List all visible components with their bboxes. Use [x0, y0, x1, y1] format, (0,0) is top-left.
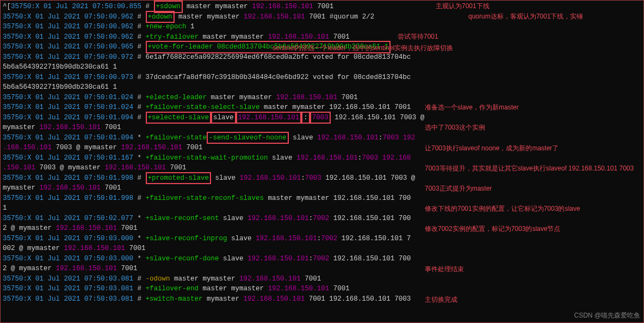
log-line: 35750:X 01 Jul 2021 07:50:03.081 # +swit… — [3, 294, 641, 304]
log-line: 35750:X 01 Jul 2021 07:50:00.972 # 6e1af… — [3, 52, 641, 63]
annotation: 修改7002实例的配置，标记为7003的slave节点 — [425, 224, 560, 234]
annotation: 选中了7003这个实例 — [425, 123, 485, 133]
log-line: 35750:X 01 Jul 2021 07:50:01.998 # +fail… — [3, 193, 641, 204]
log-line: 35750:X 01 Jul 2021 07:50:01.998 # +prom… — [3, 173, 641, 184]
log-line: 35750:X 01 Jul 2021 07:50:03.000 * +slav… — [3, 234, 641, 244]
log-line: mymaster 192.168.150.101 7001 — [3, 183, 641, 193]
annotation: 7003正式提升为master — [425, 184, 492, 194]
highlight-box: slave — [211, 112, 236, 124]
annotation: 尝试等待7001 — [398, 32, 438, 42]
annotation: 主观认为7001下线 — [436, 1, 490, 11]
highlight-box: +promoted-slave — [146, 172, 212, 185]
annotation: 事件处理结束 — [425, 264, 464, 275]
annotation: sentinel内部选一个leader，选中的sentinel实例去执行故障切换 — [273, 43, 453, 53]
highlight-box: +odown — [146, 11, 175, 23]
log-line: 5b6a5643922719b90db230ca61 1 — [3, 82, 641, 93]
log-line: 35750:X 01 Jul 2021 07:50:01.094 # +sele… — [3, 113, 641, 123]
highlight-box: 192.168.150.101 — [236, 112, 302, 124]
log-line: 35750:X 01 Jul 2021 07:50:03.000 * +slav… — [3, 254, 641, 264]
watermark: CSDN @喵先森爱吃鱼 — [574, 310, 640, 321]
annotation: quorum达标，客观认为7001下线，实锤 — [468, 11, 583, 22]
log-line: 35750:X 01 Jul 2021 07:50:03.081 # +fail… — [3, 284, 641, 294]
log-line: 2 @ mymaster 192.168.150.101 7001 — [3, 264, 641, 274]
log-line: 35750:X 01 Jul 2021 07:50:01.094 * +fail… — [3, 133, 641, 143]
highlight-box: +selected-slave — [146, 112, 212, 124]
log-line: 5b6a5643922719b90db230ca61 1 — [3, 62, 641, 72]
annotation: 7003等待提升，其实就是让其它slave执行slaveof 192.168.1… — [425, 163, 634, 174]
log-line: 35750:X 01 Jul 2021 07:50:00.962 # +new-… — [3, 22, 641, 32]
annotation: 修改下线的7001实例的配置，让它标记为7003的slave — [425, 204, 580, 214]
highlight-box: : — [301, 112, 310, 124]
log-line: mymaster 192.168.150.101 7001 — [3, 123, 641, 133]
log-line: ^[35750:X 01 Jul 2021 07:50:00.855 # +sd… — [3, 2, 641, 12]
log-line: 35750:X 01 Jul 2021 07:50:01.167 * +fail… — [3, 153, 641, 163]
log-line: 002 @ mymaster 192.168.150.101 7001 — [3, 243, 641, 254]
annotation: 准备选一个slave，作为新master — [425, 102, 519, 113]
log-line: 35750:X 01 Jul 2021 07:50:00.973 # 37dce… — [3, 72, 641, 83]
annotation: 主切换完成 — [425, 295, 457, 305]
annotation: 让7003执行slaveof noone，成为新的master了 — [425, 143, 559, 154]
log-line: 35750:X 01 Jul 2021 07:50:02.077 * +slav… — [3, 214, 641, 224]
highlight-box: 7003 — [310, 112, 331, 124]
highlight-box: -send-slaveof-noone — [207, 132, 289, 144]
log-line: 35750:X 01 Jul 2021 07:50:03.081 # -odow… — [3, 274, 641, 284]
log-line: 35750:X 01 Jul 2021 07:50:01.024 # +elec… — [3, 93, 641, 103]
